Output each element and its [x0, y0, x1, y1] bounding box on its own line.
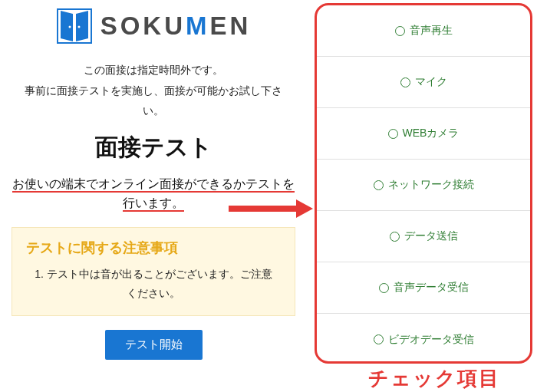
logo-text-accent: M: [186, 12, 210, 40]
circle-icon: [400, 77, 410, 87]
caution-list: テスト中は音が出ることがございます。ご注意ください。: [26, 265, 281, 303]
check-item-label: マイク: [415, 75, 447, 89]
svg-point-4: [77, 26, 80, 28]
logo-text-suffix: EN: [210, 12, 252, 40]
logo: SOKUMEN: [56, 6, 252, 46]
check-item-label: 音声データ受信: [394, 281, 469, 295]
svg-marker-6: [296, 199, 313, 218]
circle-icon: [390, 232, 400, 242]
notice-line1: この面接は指定時間外です。: [84, 64, 223, 76]
circle-icon: [395, 26, 405, 36]
check-item-network: ネットワーク接続: [317, 160, 530, 211]
logo-text: SOKUMEN: [100, 12, 252, 41]
start-test-button[interactable]: テスト開始: [105, 330, 203, 360]
arrow-icon: [229, 199, 313, 218]
check-item-mic: マイク: [317, 57, 530, 108]
circle-icon: [374, 180, 384, 190]
circle-icon: [379, 283, 389, 293]
page-title: 面接テスト: [95, 132, 212, 163]
notice-text: この面接は指定時間外です。 事前に面接テストを実施し、面接が可能かお試し下さい。: [12, 60, 295, 121]
check-item-label: ネットワーク接続: [388, 178, 474, 192]
check-item-label: WEBカメラ: [403, 127, 460, 140]
check-item-label: ビデオデータ受信: [388, 333, 474, 347]
svg-marker-2: [76, 11, 88, 41]
check-items-panel: 音声再生 マイク WEBカメラ ネットワーク接続 データ送信 音声データ受信 ビ…: [315, 3, 532, 364]
notice-line2: 事前に面接テストを実施し、面接が可能かお試し下さい。: [25, 84, 282, 117]
check-item-label: データ送信: [404, 229, 458, 243]
logo-icon: [56, 6, 93, 46]
caution-title: テストに関する注意事項: [26, 239, 281, 257]
subhead-part2: 行います。: [123, 196, 184, 212]
svg-point-3: [68, 26, 71, 28]
logo-text-prefix: SOKU: [100, 12, 186, 40]
circle-icon: [388, 129, 398, 139]
circle-icon: [374, 334, 384, 344]
svg-marker-1: [61, 11, 73, 41]
check-item-label: 音声再生: [410, 24, 453, 38]
check-item-webcam: WEBカメラ: [317, 108, 530, 160]
check-item-audio-playback: 音声再生: [317, 5, 530, 57]
check-item-audio-receive: 音声データ受信: [317, 262, 530, 314]
check-items-label: チェック項目: [368, 365, 500, 392]
left-panel: SOKUMEN この面接は指定時間外です。 事前に面接テストを実施し、面接が可能…: [0, 0, 307, 392]
caution-item: テスト中は音が出ることがございます。ご注意ください。: [32, 265, 275, 303]
check-item-data-send: データ送信: [317, 211, 530, 262]
caution-box: テストに関する注意事項 テスト中は音が出ることがございます。ご注意ください。: [12, 227, 295, 316]
subhead-part1: お使いの端末でオンライン面接ができるかテストを: [12, 177, 295, 193]
check-item-video-receive: ビデオデータ受信: [317, 314, 530, 364]
